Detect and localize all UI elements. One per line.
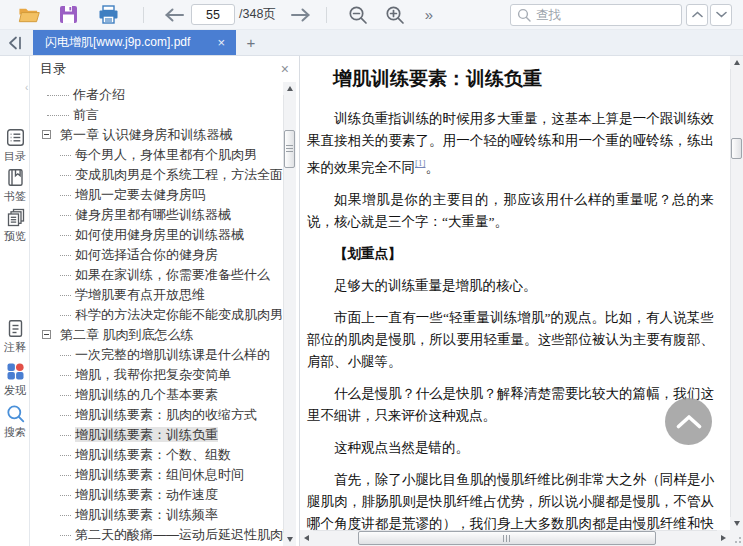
- toc-item[interactable]: 增肌一定要去健身房吗: [30, 185, 283, 205]
- sidebar-item-discover[interactable]: 发现: [0, 362, 30, 398]
- floppy-disk-icon: [59, 5, 78, 24]
- arrow-right-icon: [290, 7, 312, 23]
- expand-toggle-icon[interactable]: [42, 130, 51, 139]
- toc-scroll-down-button[interactable]: [283, 533, 296, 546]
- toc-icon: [0, 128, 30, 147]
- toc-item[interactable]: 如何选择适合你的健身房: [30, 245, 283, 265]
- document-tab[interactable]: 闪电增肌[www.j9p.com].pdf ×: [33, 30, 236, 55]
- sidebar-item-toc[interactable]: 目录: [0, 128, 30, 164]
- tree-connector: [60, 375, 71, 376]
- toc-item-label: 如果在家训练，你需要准备些什么: [75, 267, 270, 282]
- toc-item[interactable]: 健身房里都有哪些训练器械: [30, 205, 283, 225]
- tree-connector: [60, 155, 71, 156]
- toc-scroll-up-button[interactable]: [283, 82, 296, 95]
- toc-item[interactable]: 如果在家训练，你需要准备些什么: [30, 265, 283, 285]
- toc-item[interactable]: 科学的方法决定你能不能变成肌肉男，: [30, 305, 283, 325]
- new-tab-button[interactable]: +: [236, 30, 266, 55]
- tree-connector: [60, 515, 71, 516]
- page-total-label: /348页: [239, 6, 276, 23]
- left-sidebar: 目录 书签 预览 注释: [0, 56, 30, 546]
- find-previous-button[interactable]: [686, 4, 708, 26]
- toc-item[interactable]: 如何使用健身房里的训练器械: [30, 225, 283, 245]
- toc-item-label: 增肌训练的几个基本要素: [75, 387, 218, 402]
- sidebar-item-bookmarks[interactable]: 书签: [0, 168, 30, 204]
- toc-item[interactable]: 作者介绍: [30, 85, 283, 105]
- paragraph: 训练负重指训练的时候用多大重量，这基本上算是一个跟训练效果直接相关的要素了。用一…: [307, 108, 714, 179]
- toc-item[interactable]: 增肌训练要素：动作速度: [30, 485, 283, 505]
- page-number-input[interactable]: [191, 4, 235, 25]
- tree-connector: [60, 215, 71, 216]
- panel-collapse-handle[interactable]: ‹: [25, 82, 28, 93]
- chevron-down-icon: [716, 11, 727, 18]
- open-file-button[interactable]: [18, 4, 40, 26]
- pdf-page: 增肌训练要素：训练负重 训练负重指训练的时候用多大重量，这基本上算是一个跟训练效…: [300, 56, 730, 530]
- content-hscrollbar-thumb[interactable]: [358, 531, 656, 545]
- tree-connector: [60, 295, 71, 296]
- toc-item[interactable]: 增肌训练要素：训练频率: [30, 505, 283, 525]
- content-vscrollbar-track[interactable]: [730, 56, 743, 530]
- open-folder-icon: [18, 5, 40, 24]
- find-next-button[interactable]: [710, 4, 732, 26]
- tree-connector: [60, 475, 71, 476]
- tree-connector: [60, 235, 71, 236]
- toc-item[interactable]: 前言: [30, 105, 283, 125]
- toc-item[interactable]: 一次完整的增肌训练课是什么样的: [30, 345, 283, 365]
- toc-item[interactable]: 增肌训练的几个基本要素: [30, 385, 283, 405]
- tree-connector: [60, 255, 71, 256]
- toc-item[interactable]: 每个男人，身体里都有个肌肉男: [30, 145, 283, 165]
- next-page-button[interactable]: [290, 4, 312, 26]
- content-scroll-right-button[interactable]: [717, 530, 730, 546]
- paragraph: 这种观点当然是错的。: [307, 437, 714, 459]
- annotation-page-icon: [0, 319, 30, 338]
- tree-connector: [60, 455, 71, 456]
- chevron-up-icon: [692, 11, 703, 18]
- footnote-ref-link[interactable]: [1]: [415, 158, 426, 168]
- toc-item-label: 增肌训练要素：组间休息时间: [75, 467, 244, 482]
- tab-close-icon[interactable]: ×: [214, 36, 228, 49]
- toc-item[interactable]: 变成肌肉男是个系统工程，方法全面最: [30, 165, 283, 185]
- find-input-box[interactable]: [510, 4, 682, 26]
- print-button[interactable]: [97, 4, 119, 26]
- zoom-out-button[interactable]: [347, 4, 369, 26]
- toc-item-label: 增肌，我帮你把复杂变简单: [75, 367, 231, 382]
- zoom-in-button[interactable]: [384, 4, 406, 26]
- toc-item-label: 学增肌要有点开放思维: [75, 287, 205, 302]
- toolbar-divider: [326, 7, 327, 23]
- tree-connector: [60, 395, 71, 396]
- toc-item[interactable]: 增肌训练要素：组间休息时间: [30, 465, 283, 485]
- toc-panel-header: 目录 ×: [30, 56, 299, 82]
- toc-item[interactable]: 第二天的酸痛——运动后延迟性肌肉酸: [30, 525, 283, 545]
- expand-toggle-icon[interactable]: [42, 330, 51, 339]
- collapse-tab-list-button[interactable]: [0, 30, 30, 55]
- paragraph: 市面上一直有一些“轻重量训练增肌”的观点。比如，有人说某些部位的肌肉是慢肌，所以…: [307, 307, 714, 373]
- content-vscrollbar-thumb[interactable]: [731, 138, 742, 159]
- pages-stack-icon: [0, 208, 30, 227]
- toc-item-label: 增肌一定要去健身房吗: [75, 187, 205, 202]
- toc-item[interactable]: 第二章 肌肉到底怎么练: [30, 325, 283, 345]
- highlight-heading: 【划重点】: [307, 243, 714, 265]
- sidebar-item-preview[interactable]: 预览: [0, 208, 30, 244]
- sidebar-item-annotations[interactable]: 注释: [0, 319, 30, 355]
- content-scroll-down-button[interactable]: [730, 517, 743, 530]
- find-input[interactable]: [536, 8, 675, 22]
- toc-scrollbar-thumb[interactable]: [284, 130, 295, 168]
- more-tools-button[interactable]: »: [418, 4, 440, 26]
- toc-item[interactable]: 增肌训练要素：个数、组数: [30, 445, 283, 465]
- tree-connector: [60, 355, 71, 356]
- prev-page-button[interactable]: [163, 4, 185, 26]
- save-button[interactable]: [57, 4, 79, 26]
- content-scroll-up-button[interactable]: [730, 56, 743, 69]
- sidebar-item-search[interactable]: 搜索: [0, 404, 30, 440]
- toc-item[interactable]: 第一章 认识健身房和训练器械: [30, 125, 283, 145]
- arrow-left-icon: [163, 7, 185, 23]
- tree-connector: [60, 195, 71, 196]
- toc-item[interactable]: 增肌，我帮你把复杂变简单: [30, 365, 283, 385]
- toc-item[interactable]: 增肌训练要素：训练负重: [30, 425, 283, 445]
- content-scroll-left-button[interactable]: [300, 530, 313, 546]
- toc-close-icon[interactable]: ×: [281, 62, 289, 76]
- back-to-top-button[interactable]: [665, 398, 712, 445]
- toc-item[interactable]: 增肌训练要素：肌肉的收缩方式: [30, 405, 283, 425]
- toc-item[interactable]: 学增肌要有点开放思维: [30, 285, 283, 305]
- toc-item-label: 一次完整的增肌训练课是什么样的: [75, 347, 270, 362]
- toc-item-label: 增肌训练要素：个数、组数: [75, 447, 231, 462]
